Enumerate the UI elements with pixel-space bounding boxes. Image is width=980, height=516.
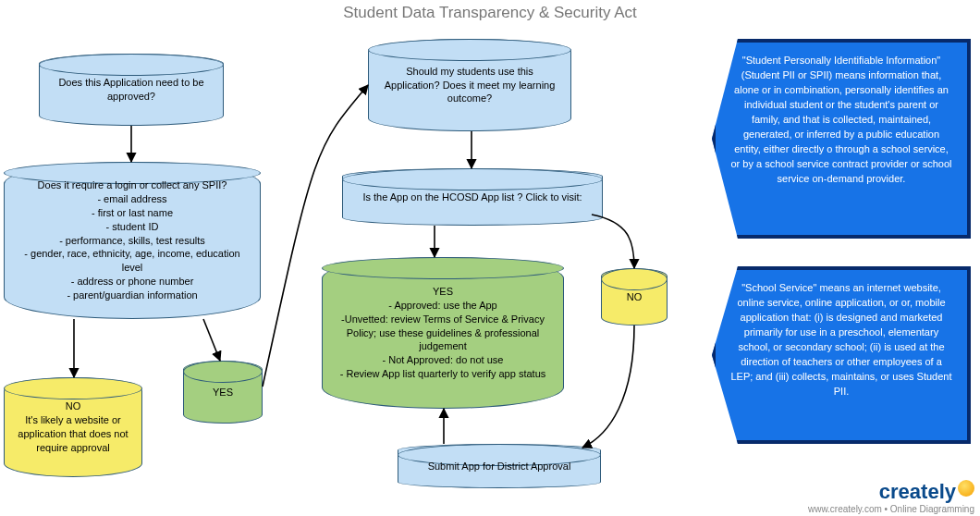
node-yes-small: YES — [183, 361, 263, 424]
diagram-title: Student Data Transparency & Security Act — [0, 4, 980, 22]
node-no-approval-needed: NO It's likely a website or application … — [4, 377, 142, 477]
svg-line-2 — [203, 319, 220, 361]
lightbulb-icon — [958, 480, 974, 497]
node-no-small: NO — [601, 268, 668, 326]
node-submit-approval[interactable]: Submit App for District Approval — [398, 444, 601, 488]
node-yes-guidance: YES - Approved: use the App -Unvetted: r… — [322, 257, 564, 409]
panel-spii-definition: "Student Personally Identifiable Informa… — [712, 39, 971, 239]
node-collect-spii: Does it require a login or collect any S… — [4, 162, 261, 319]
node-need-approval: Does this Application need to be approve… — [39, 54, 224, 126]
node-learning-outcome: Should my students use this Application?… — [368, 39, 571, 131]
creately-logo: creately www.creately.com • Online Diagr… — [808, 480, 974, 514]
node-on-applist[interactable]: Is the App on the HCOSD App list ? Click… — [342, 168, 603, 226]
panel-school-service-definition: "School Service" means an internet websi… — [712, 266, 971, 444]
